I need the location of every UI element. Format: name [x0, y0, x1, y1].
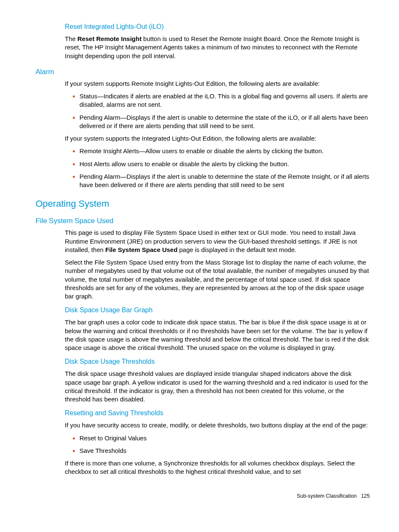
list-item: Host Alerts allow users to enable or dis…	[79, 160, 370, 168]
list-item: Pending Alarm—Displays if the alert is u…	[79, 172, 370, 190]
list-item: Status—Indicates if alerts are enabled a…	[79, 92, 370, 109]
text-bold: File System Space Used	[105, 246, 178, 253]
text: The	[65, 35, 77, 42]
heading-thresholds: Disk Space Usage Thresholds	[65, 358, 370, 365]
paragraph: Select the File System Space Used entry …	[65, 258, 370, 301]
heading-bar-graph: Disk Space Usage Bar Graph	[65, 306, 370, 314]
document-page: Reset Integrated Lights-Out (iLO) The Re…	[0, 0, 399, 524]
bullet-list: Status—Indicates if alerts are enabled a…	[65, 92, 370, 130]
paragraph: This page is used to display File System…	[65, 229, 370, 254]
paragraph: The bar graph uses a color code to indic…	[65, 318, 370, 352]
list-item: Reset to Original Values	[79, 434, 370, 442]
heading-operating-system: Operating System	[36, 198, 370, 209]
bullet-list: Remote Insight Alerts—Allow users to ena…	[65, 147, 370, 189]
page-footer: Sub-system Classification 125	[36, 493, 370, 499]
list-item: Pending Alarm—Displays if the alert is u…	[79, 113, 370, 131]
paragraph: If there is more than one volume, a Sync…	[65, 459, 370, 476]
paragraph: If you have security access to create, m…	[65, 421, 370, 429]
text-bold: Reset Remote Insight	[77, 35, 141, 42]
footer-label: Sub-system Classification	[297, 493, 357, 499]
paragraph: If your system supports Remote Insight L…	[65, 80, 370, 88]
heading-reset-save-thresholds: Resetting and Saving Thresholds	[65, 409, 370, 417]
heading-alarm: Alarm	[36, 68, 370, 76]
paragraph: The Reset Remote Insight button is used …	[65, 35, 370, 60]
bullet-list: Reset to Original Values Save Thresholds	[65, 434, 370, 455]
list-item: Save Thresholds	[79, 447, 370, 455]
text: page is displayed in the default text mo…	[177, 246, 296, 253]
paragraph: If your system supports the Integrated L…	[65, 134, 370, 143]
paragraph: The disk space usage threshold values ar…	[65, 370, 370, 403]
page-number: 125	[361, 493, 370, 499]
list-item: Remote Insight Alerts—Allow users to ena…	[79, 147, 370, 155]
heading-reset-ilo: Reset Integrated Lights-Out (iLO)	[65, 23, 370, 31]
heading-file-system-space-used: File System Space Used	[36, 217, 370, 225]
